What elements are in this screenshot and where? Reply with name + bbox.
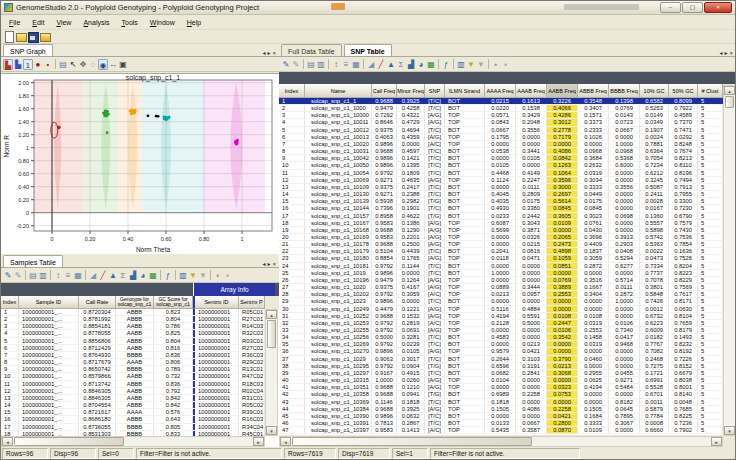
snp-row[interactable]: 33solcap_snp_c1_102550.97920.0691[A/G]TO… bbox=[279, 327, 736, 334]
snp-row[interactable]: 46solcap_snp_c1_103910.78130.2867[T/C]BO… bbox=[279, 420, 736, 427]
snp-col-4[interactable]: SNP bbox=[425, 84, 445, 98]
snp-row[interactable]: 39solcap_snp_c1_102970.91670.4915[T/C]BO… bbox=[279, 370, 736, 377]
snp-row[interactable]: 11solcap_snp_c1_100540.97920.1809[T/C]BO… bbox=[279, 170, 736, 177]
samples-col-3[interactable]: Genotype for solcap_snp_c1 bbox=[116, 296, 154, 309]
ungroup-rows-icon[interactable]: ▦ bbox=[73, 270, 83, 281]
unlock-icon[interactable]: ▪ bbox=[223, 270, 233, 281]
edit-lock-icon[interactable]: ✎ bbox=[291, 59, 301, 70]
samples-col-0[interactable]: Index bbox=[1, 296, 19, 309]
snp-row[interactable]: 26solcap_snp_c1_101960.94790.1264[A/G]TO… bbox=[279, 277, 736, 284]
open-project-icon[interactable] bbox=[15, 31, 26, 42]
snp-row[interactable]: 35solcap_snp_c1_102690.97920.0239[T/C]BO… bbox=[279, 341, 736, 348]
snp-panel-controls[interactable]: ◂▸× bbox=[719, 49, 736, 56]
snp-graph-canvas[interactable]: 00.200.400.600.801-0.2000.200.400.600.80… bbox=[1, 73, 279, 254]
snp-row[interactable]: 13solcap_snp_c1_101090.93750.2417[T/C]BO… bbox=[279, 184, 736, 191]
snp-row[interactable]: 41solcap_snp_c1_103510.96880.1210[A/G]TO… bbox=[279, 384, 736, 391]
sort-rows-icon[interactable]: ↕ bbox=[331, 59, 341, 70]
snp-hscrollbar[interactable]: ◂▸ bbox=[279, 436, 723, 447]
single-plot-icon[interactable]: 1 bbox=[23, 59, 33, 70]
snp-row[interactable]: 7solcap_snp_c1_100200.98960.0000[A/C]TOP… bbox=[279, 141, 736, 148]
unlock-icon[interactable]: ▪ bbox=[501, 59, 511, 70]
snp-row[interactable]: 18solcap_snp_c1_101670.95830.1386[A/G]TO… bbox=[279, 220, 736, 227]
samples-row[interactable]: 161000000001_...0.8686180ABBB0.643100000… bbox=[1, 416, 279, 423]
snp-row[interactable]: 44solcap_snp_c1_103840.96880.3925[A/G]TO… bbox=[279, 406, 736, 413]
zoom-icon[interactable]: ◉ bbox=[98, 59, 108, 70]
scatter-icon[interactable]: ◢ bbox=[88, 270, 98, 281]
menu-analysis[interactable]: Analysis bbox=[77, 19, 115, 26]
close-button[interactable]: × bbox=[704, 2, 732, 13]
pan-hand-icon[interactable]: ✥ bbox=[78, 59, 88, 70]
function-icon[interactable]: ƒ bbox=[163, 270, 173, 281]
samples-row[interactable]: 61000000001_...0.8712429AABB0.8161000000… bbox=[1, 345, 279, 352]
snp-row[interactable]: 34solcap_snp_c1_102560.50000.3281[T/C]BO… bbox=[279, 334, 736, 341]
import-icon[interactable]: ▤ bbox=[28, 270, 38, 281]
samples-hscrollbar[interactable]: ◂▸ bbox=[1, 436, 265, 447]
samples-row[interactable]: 131000000001_...0.8846305AABB0.842100000… bbox=[1, 395, 279, 402]
pie-chart-icon[interactable]: ◕ bbox=[138, 270, 148, 281]
line-plot-icon[interactable]: ╱ bbox=[376, 59, 386, 70]
stats-icon[interactable]: Σ bbox=[396, 59, 406, 70]
snp-row[interactable]: 37solcap_snp_c1_10290.90630.3017[T/C]BOT… bbox=[279, 356, 736, 363]
snp-col-5[interactable]: ILMN Strand bbox=[445, 84, 485, 98]
histogram-icon[interactable]: ▲ bbox=[108, 270, 118, 281]
clear-filter-icon[interactable]: ▼ bbox=[476, 59, 486, 70]
samples-row[interactable]: 91000000001_...0.8650742BBBB0.7891000000… bbox=[1, 366, 279, 373]
snp-row[interactable]: 3solcap_snp_c1_100000.72920.4321[A/G]TOP… bbox=[279, 112, 736, 119]
save-icon[interactable] bbox=[27, 31, 38, 42]
snp-row[interactable]: 36solcap_snp_c1_102700.98960.0105[A/G]TO… bbox=[279, 348, 736, 355]
snp-row[interactable]: 10solcap_snp_c1_100500.98960.1395[T/C]BO… bbox=[279, 162, 736, 169]
snp-col-10[interactable]: BBBB Freq bbox=[609, 84, 640, 98]
snp-col-13[interactable]: # Clust bbox=[698, 84, 723, 98]
snp-row[interactable]: 15solcap_snp_c1_101390.59380.2982[T/G]BO… bbox=[279, 198, 736, 205]
heatmap-icon[interactable]: ▦ bbox=[148, 270, 158, 281]
ungroup-rows-icon[interactable]: ▦ bbox=[351, 59, 361, 70]
group-rows-icon[interactable]: ≡ bbox=[63, 270, 73, 281]
samples-col-2[interactable]: Call Rate bbox=[79, 296, 116, 309]
snp-row[interactable]: 38solcap_snp_c1_102950.97920.0904[T/G]BO… bbox=[279, 363, 736, 370]
menu-file[interactable]: File bbox=[3, 19, 26, 26]
fit-axes-icon[interactable]: ↔ bbox=[108, 59, 118, 70]
snp-row[interactable]: 16solcap_snp_c1_101440.73960.1901[T/C]BO… bbox=[279, 205, 736, 212]
edit-lock-icon[interactable]: ✎ bbox=[13, 270, 23, 281]
snp-row[interactable]: 47solcap_snp_c1_103970.95830.1413[A/C]TO… bbox=[279, 427, 736, 434]
samples-row[interactable]: 51000000001_...0.8856806ABBB0.8041000000… bbox=[1, 338, 279, 345]
export-icon[interactable]: ▥ bbox=[38, 270, 48, 281]
lock-icon[interactable]: ▪ bbox=[491, 59, 501, 70]
snp-row[interactable]: 1solcap_snp_c1_10.96880.3925[T/C]BOT0.02… bbox=[279, 98, 736, 105]
snp-col-12[interactable]: 50% GC bbox=[669, 84, 698, 98]
snp-row[interactable]: 12solcap_snp_c1_100690.92710.4635[A/G]TO… bbox=[279, 177, 736, 184]
snp-row[interactable]: 22solcap_snp_c1_101790.51040.4439[T/C]BO… bbox=[279, 248, 736, 255]
snp-row[interactable]: 14solcap_snp_c1_101300.92710.2388[T/C]BO… bbox=[279, 191, 736, 198]
snp-row[interactable]: 8solcap_snp_c1_100310.96880.4597[T/C]BOT… bbox=[279, 148, 736, 155]
samples-row[interactable]: 11000000001_...0.8720304ABBB0.8231000000… bbox=[1, 309, 279, 316]
samples-row[interactable]: 121000000001_...0.8846305AABB0.792100000… bbox=[1, 388, 279, 395]
snp-row[interactable]: 9solcap_snp_c1_100420.98960.1421[T/C]BOT… bbox=[279, 155, 736, 162]
menu-help[interactable]: Help bbox=[181, 19, 207, 26]
new-document-icon[interactable] bbox=[3, 31, 14, 42]
columns-icon[interactable]: ▥ bbox=[456, 59, 466, 70]
snp-col-0[interactable]: Index bbox=[279, 84, 305, 98]
snp-col-6[interactable]: AAAA Freq bbox=[485, 84, 516, 98]
snp-row[interactable]: 25solcap_snp_c1_10190.98960.0000[T/C]BOT… bbox=[279, 270, 736, 277]
open-folder-icon[interactable] bbox=[39, 31, 50, 42]
snp-row[interactable]: 31solcap_snp_c1_102520.96880.1532[A/G]TO… bbox=[279, 313, 736, 320]
tab-full-data-table[interactable]: Full Data Table bbox=[281, 44, 342, 56]
snp-row[interactable]: 17solcap_snp_c1_101570.89580.4622[T/G]BO… bbox=[279, 213, 736, 220]
pie-chart-icon[interactable]: ◕ bbox=[416, 59, 426, 70]
histogram-icon[interactable]: ▲ bbox=[386, 59, 396, 70]
snp-row[interactable]: 40solcap_snp_c1_103151.00000.0260[A/G]TO… bbox=[279, 377, 736, 384]
samples-row[interactable]: 21000000001_...0.8781992ABBB0.8041000000… bbox=[1, 316, 279, 323]
samples-row[interactable]: 171000000001_...0.8736055BBBB0.805100000… bbox=[1, 424, 279, 431]
maximize-button[interactable]: ▢ bbox=[682, 2, 703, 13]
snp-row[interactable]: 45solcap_snp_c1_103900.98960.0632[T/C]BO… bbox=[279, 413, 736, 420]
tab-snp-table[interactable]: SNP Table bbox=[344, 44, 392, 56]
samples-row[interactable]: 31000000001_...0.8854181AABB0.7861000000… bbox=[1, 323, 279, 330]
snp-row[interactable]: 6solcap_snp_c1_100130.40630.4359[A/G]TOP… bbox=[279, 134, 736, 141]
snp-row[interactable]: 5solcap_snp_c1_100120.93750.4694[T/C]BOT… bbox=[279, 127, 736, 134]
snp-vscrollbar[interactable]: ▴▾ bbox=[723, 85, 736, 436]
small-point-icon[interactable]: • bbox=[43, 59, 53, 70]
snp-col-9[interactable]: ABBB Freq bbox=[578, 84, 609, 98]
scatter-plot-red-icon[interactable]: ▙ bbox=[3, 59, 13, 70]
snp-row[interactable]: 32solcap_snp_c1_102530.97920.2819[A/C]TO… bbox=[279, 320, 736, 327]
edit-icon[interactable]: ✎ bbox=[281, 59, 291, 70]
